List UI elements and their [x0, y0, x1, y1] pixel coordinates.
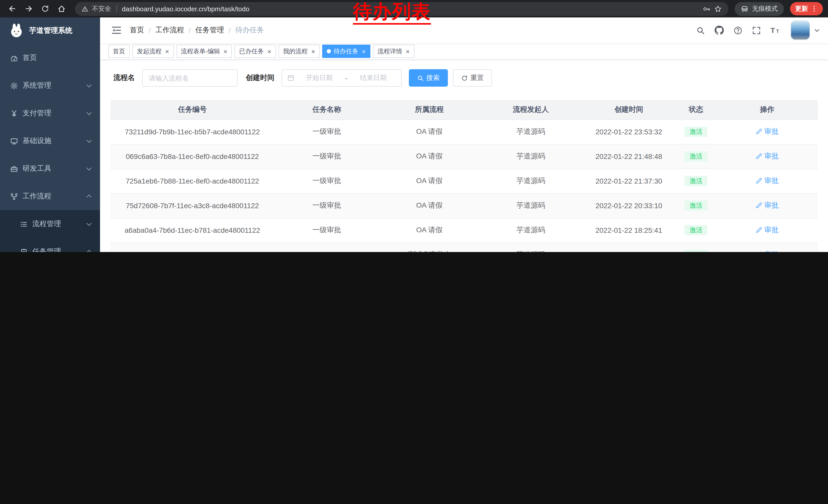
sidebar-item-payment-manage[interactable]: 支付管理: [0, 99, 100, 127]
sidebar-item-dev-tools[interactable]: 研发工具: [0, 155, 100, 183]
address-divider: [116, 5, 117, 12]
user-avatar-menu[interactable]: [791, 20, 820, 40]
search-button-filter[interactable]: 搜索: [409, 69, 448, 87]
task-id-cell: 75d72608-7b7f-11ec-a3c8-acde48001122: [110, 193, 275, 218]
close-icon[interactable]: ×: [312, 48, 315, 55]
close-icon[interactable]: ×: [165, 48, 169, 55]
close-icon[interactable]: ×: [362, 48, 366, 55]
tab-label: 发起流程: [137, 47, 162, 56]
approve-link[interactable]: 审批: [756, 127, 779, 136]
browser-reload-button[interactable]: [38, 2, 52, 16]
create-time-range-picker[interactable]: 开始日期 - 结束日期: [282, 69, 402, 87]
approve-link[interactable]: 审批: [756, 176, 779, 186]
breadcrumb-separator: /: [189, 26, 191, 34]
status-badge: 激活: [685, 200, 708, 211]
approve-link[interactable]: 审批: [756, 201, 779, 210]
sidebar-menu: 首页系统管理支付管理基础设施研发工具工作流程流程管理任务管理我的流程待办任务已办…: [0, 44, 100, 252]
create-time-cell: 2022-01-22 20:33:10: [582, 193, 676, 218]
close-icon[interactable]: ×: [267, 48, 271, 55]
sidebar-item-process-manage[interactable]: 流程管理: [0, 210, 100, 238]
sidebar-item-task-manage[interactable]: 任务管理: [0, 238, 100, 252]
calendar-icon: [287, 74, 294, 82]
update-button[interactable]: 更新: [790, 2, 823, 15]
back-icon: [8, 5, 16, 13]
sidebar-item-label: 研发工具: [23, 164, 51, 173]
help-button[interactable]: [734, 26, 742, 35]
app-logo[interactable]: 芋道管理系统: [0, 17, 100, 44]
refresh-icon: [461, 75, 468, 81]
sidebar-toggle-button[interactable]: [108, 22, 125, 39]
approve-link[interactable]: 审批: [756, 226, 779, 235]
process-name-field: [142, 69, 238, 87]
sidebar-item-infrastructure[interactable]: 基础设施: [0, 127, 100, 155]
github-button[interactable]: [715, 26, 724, 35]
home-icon: [57, 5, 66, 13]
sidebar-item-label: 任务管理: [32, 247, 61, 252]
close-icon[interactable]: ×: [223, 48, 227, 55]
column-header-3: 流程发起人: [480, 100, 582, 120]
key-icon[interactable]: [703, 5, 710, 12]
browser-forward-button[interactable]: [22, 2, 36, 16]
column-header-6: 操作: [717, 100, 818, 120]
svg-text:T: T: [776, 29, 779, 34]
list-icon: [20, 220, 28, 228]
sidebar-item-home[interactable]: 首页: [0, 44, 100, 72]
more-vert-icon[interactable]: [811, 5, 818, 12]
task-name-cell: 一级审批: [275, 218, 379, 242]
tab-home[interactable]: 首页: [108, 45, 130, 58]
process-name-input[interactable]: [142, 74, 237, 82]
security-label: 不安全: [92, 4, 111, 13]
browser-back-button[interactable]: [5, 2, 19, 16]
browser-home-button[interactable]: [54, 2, 69, 16]
bookmark-star-icon[interactable]: [714, 5, 722, 12]
table-row: 8f0d1619-7ac8-11ec-a9e2-a2380e71991a1.2测…: [110, 242, 818, 252]
app-title: 芋道管理系统: [29, 26, 72, 35]
forward-icon: [25, 5, 33, 13]
tab-form-edit[interactable]: 流程表单-编辑×: [176, 45, 232, 58]
breadcrumb-item[interactable]: 任务管理: [196, 26, 224, 35]
help-icon: [734, 26, 742, 35]
create-time-cell: 2022-01-22 23:53:32: [582, 120, 676, 144]
tab-start-process[interactable]: 发起流程×: [132, 45, 174, 58]
address-bar[interactable]: 不安全 dashboard.yudao.iocoder.cn/bpm/task/…: [75, 2, 729, 16]
table-row: a6aba0a4-7b6d-11ec-b781-acde48001122一级审批…: [110, 218, 818, 242]
approve-link[interactable]: 审批: [756, 152, 779, 161]
status-badge: 激活: [685, 250, 708, 252]
approve-link[interactable]: 审批: [756, 250, 779, 252]
end-date-placeholder: 结束日期: [350, 73, 396, 83]
task-name-cell: 一级审批: [275, 120, 379, 144]
tab-process-detail[interactable]: 流程详情×: [373, 45, 414, 58]
create-time-cell: 2022-01-21 22:43:55: [582, 242, 676, 252]
tab-done-task[interactable]: 已办任务×: [235, 45, 276, 58]
breadcrumb-item[interactable]: 工作流程: [156, 26, 184, 35]
fullscreen-button[interactable]: [752, 26, 761, 35]
column-header-1: 任务名称: [275, 100, 379, 120]
tab-my-process[interactable]: 我的流程×: [279, 45, 320, 58]
incognito-badge: 无痕模式: [735, 2, 784, 16]
chevron-down-icon: [86, 222, 91, 227]
sidebar-item-workflow[interactable]: 工作流程: [0, 183, 100, 210]
edit-icon: [756, 178, 762, 184]
sidebar-item-system-manage[interactable]: 系统管理: [0, 72, 100, 99]
search-button[interactable]: [696, 26, 705, 35]
process-cell: OA 请假: [379, 169, 480, 193]
reset-button[interactable]: 重置: [453, 69, 492, 87]
close-icon[interactable]: ×: [406, 48, 410, 55]
task-id-cell: a6aba0a4-7b6d-11ec-b781-acde48001122: [110, 218, 275, 242]
process-cell: OA 请假: [379, 193, 480, 218]
process-cell: 测试多审批人: [379, 242, 480, 252]
font-size-button[interactable]: TT: [771, 26, 781, 34]
top-navbar: 首页/工作流程/任务管理/待办任务 TT: [100, 17, 828, 43]
breadcrumb-item[interactable]: 首页: [130, 26, 144, 35]
status-cell: 激活: [676, 169, 717, 193]
chevron-down-icon: [86, 83, 91, 88]
search-button-label: 搜索: [426, 73, 440, 83]
process-cell: OA 请假: [379, 218, 480, 242]
status-cell: 激活: [676, 193, 717, 218]
browser-chrome: 不安全 dashboard.yudao.iocoder.cn/bpm/task/…: [0, 0, 828, 17]
active-tab-dot: [327, 49, 331, 53]
edit-icon: [756, 129, 762, 135]
tab-todo-task[interactable]: 待办任务×: [322, 45, 370, 58]
action-cell: 审批: [717, 242, 818, 252]
sidebar-item-label: 基础设施: [23, 136, 51, 146]
